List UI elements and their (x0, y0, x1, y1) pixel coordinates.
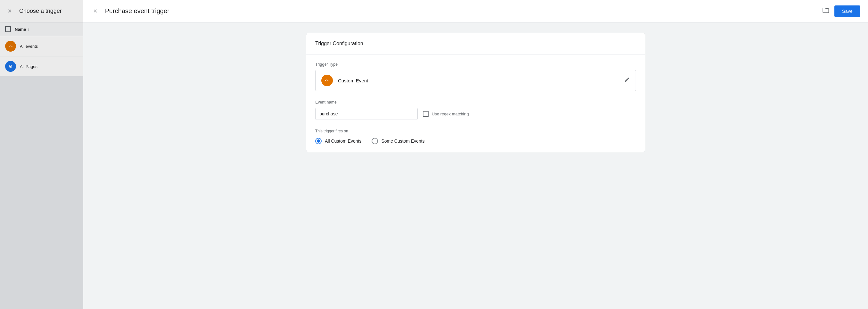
radio-all-custom-dot (317, 139, 320, 143)
config-card: Trigger Configuration Trigger Type <> (306, 33, 645, 152)
custom-event-icon: <> (321, 75, 333, 86)
left-panel: × Choose a trigger Name↑ <> All events A… (0, 0, 83, 309)
event-name-row: Use regex matching (315, 108, 636, 120)
radio-all-custom-label: All Custom Events (325, 138, 361, 144)
config-card-title: Trigger Configuration (315, 41, 363, 46)
main-content: Trigger Configuration Trigger Type <> (83, 23, 868, 309)
config-card-header: Trigger Configuration (306, 33, 645, 55)
regex-label: Use regex matching (432, 112, 469, 116)
left-header: × Choose a trigger (0, 0, 83, 23)
right-panel-title: Purchase event trigger (105, 7, 814, 15)
right-panel: × Purchase event trigger Save Trigger Co… (83, 0, 868, 309)
left-list-header: Name↑ (0, 23, 83, 36)
list-item[interactable]: All Pages (0, 56, 83, 77)
right-close-button[interactable]: × (91, 7, 100, 16)
radio-some-custom-label: Some Custom Events (381, 138, 425, 144)
event-name-label: Event name (315, 100, 636, 105)
radio-all-custom-icon (315, 138, 322, 144)
trigger-type-selector[interactable]: <> Custom Event (315, 70, 636, 91)
list-header-checkbox[interactable] (5, 26, 11, 32)
left-close-button[interactable]: × (5, 7, 14, 16)
all-pages-label: All Pages (20, 64, 37, 69)
trigger-type-label: Trigger Type (315, 62, 636, 67)
list-item[interactable]: <> All events (0, 36, 83, 56)
save-button[interactable]: Save (834, 5, 860, 17)
fires-on-section: This trigger fires on All Custom Events (315, 129, 636, 144)
event-name-input[interactable] (315, 108, 418, 120)
svg-text:<>: <> (325, 79, 329, 82)
all-events-icon: <> (5, 41, 16, 52)
radio-all-custom-events[interactable]: All Custom Events (315, 138, 361, 144)
folder-icon[interactable] (822, 7, 829, 16)
right-header: × Purchase event trigger Save (83, 0, 868, 23)
event-name-section: Event name Use regex matching (315, 100, 636, 120)
config-card-body: Trigger Type <> Custom Event (306, 55, 645, 152)
radio-group: All Custom Events Some Custom Events (315, 138, 636, 144)
trigger-type-section: Trigger Type <> Custom Event (315, 62, 636, 91)
trigger-type-name: Custom Event (338, 78, 368, 83)
edit-icon[interactable] (624, 77, 630, 84)
radio-some-custom-events[interactable]: Some Custom Events (372, 138, 425, 144)
sort-arrow-icon: ↑ (27, 27, 29, 32)
regex-checkbox[interactable] (423, 111, 429, 117)
radio-some-custom-icon (372, 138, 378, 144)
fires-on-label: This trigger fires on (315, 129, 636, 133)
svg-text:<>: <> (9, 45, 12, 48)
regex-row: Use regex matching (423, 111, 469, 117)
all-pages-icon (5, 61, 16, 72)
left-panel-title: Choose a trigger (19, 8, 62, 15)
all-events-label: All events (20, 44, 38, 49)
list-name-column[interactable]: Name↑ (15, 27, 29, 32)
trigger-type-left: <> Custom Event (321, 75, 368, 86)
